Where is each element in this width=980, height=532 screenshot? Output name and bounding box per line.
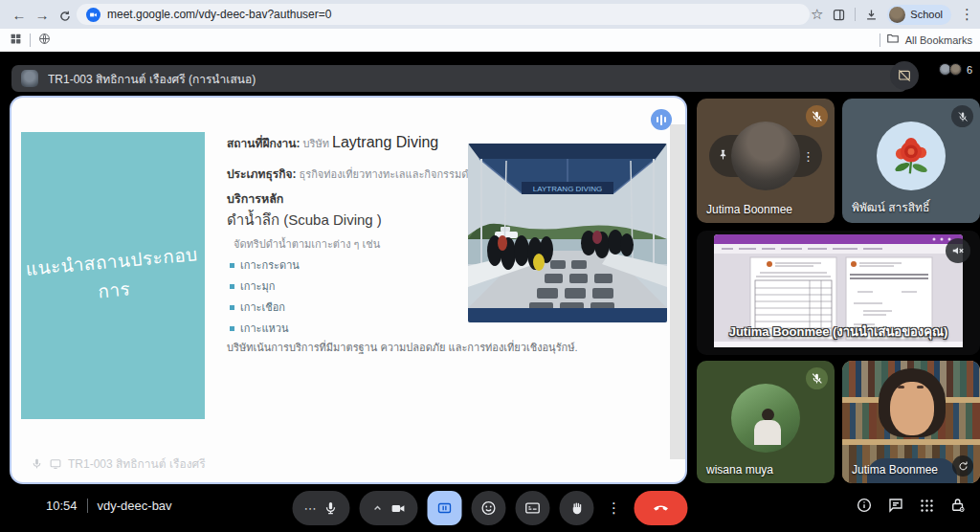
layout-columns-icon <box>436 499 454 517</box>
url-bar[interactable]: meet.google.com/vdy-deec-bav?authuser=0 <box>77 4 810 25</box>
refresh-icon[interactable] <box>54 6 77 22</box>
meeting-title-bar: TR1-003 สิทธิกานต์ เรืองศรี (การนำเสนอ) <box>11 65 907 92</box>
participant-name: wisana muya <box>706 463 773 477</box>
company-name: Laytrang Diving <box>332 134 438 150</box>
mic-icon <box>323 500 339 516</box>
globe-bookmark-icon[interactable] <box>38 32 51 49</box>
meeting-title: TR1-003 สิทธิกานต์ เรืองศรี (การนำเสนอ) <box>48 70 256 88</box>
screenshare-label: Jutima Boonmee (งานนำเสนอของคุณ) <box>697 321 980 342</box>
participant-name: Jutima Boonmee <box>706 203 792 216</box>
apps-grid-icon[interactable] <box>10 32 22 49</box>
presenter-name-overlay: TR1-003 สิทธิกานต์ เรืองศรี <box>31 454 206 473</box>
unpin-presentation-button[interactable] <box>890 61 919 90</box>
raise-hand-button[interactable] <box>560 491 594 525</box>
microphone-button[interactable]: ⋯ <box>293 491 350 525</box>
slide-line-scuba: ดำน้ำลึก (Scuba Diving ) <box>227 209 382 232</box>
videocam-icon <box>390 500 407 517</box>
participant-mini-avatar <box>949 63 962 76</box>
clock-time: 10:54 <box>46 499 78 513</box>
profile-name: School <box>910 9 943 20</box>
audio-muted-badge <box>946 238 970 263</box>
meeting-details-button[interactable] <box>856 497 873 514</box>
info-icon <box>856 497 873 514</box>
activities-button[interactable] <box>919 498 935 514</box>
meet-favicon <box>86 8 100 22</box>
presentation-tile[interactable]: แนะนำสถานประกอบการ สถานที่ฝึกงาน: บริษัท… <box>10 96 687 484</box>
bottom-divider <box>87 499 88 513</box>
slide-section-title: แนะนำสถานประกอบการ <box>19 239 207 313</box>
participants-count-button[interactable]: 6 <box>939 63 972 76</box>
island-name: เกาะเชือก <box>240 299 285 316</box>
island-name: เกาะมุก <box>240 277 275 295</box>
chevron-up-icon <box>371 501 385 515</box>
screenshare-tile[interactable]: Jutima Boonmee (งานนำเสนอของคุณ) <box>697 231 980 355</box>
mic-options-icon[interactable]: ⋯ <box>304 501 318 516</box>
pin-icon[interactable] <box>717 147 729 165</box>
bookmarks-bar: All Bookmarks <box>0 29 980 52</box>
mic-off-badge <box>951 105 973 127</box>
bullet-square-icon <box>230 326 234 331</box>
island-name: เกาะกระดาน <box>240 256 300 274</box>
avatar <box>877 122 946 190</box>
browser-menu-icon[interactable]: ⋮ <box>960 6 974 23</box>
avatar <box>731 384 800 453</box>
participant-tile-pipat[interactable]: พิพัฒน์ สารสิทธิ์ <box>842 99 980 223</box>
bookmarks-divider <box>30 33 31 47</box>
lock-icon <box>949 497 967 514</box>
screen-share-icon <box>49 457 62 470</box>
participant-tile-wisana[interactable]: wisana muya <box>697 361 835 483</box>
chat-icon <box>887 497 904 514</box>
island-bullet: เกาะแหวน <box>230 320 289 337</box>
avatar <box>731 122 800 190</box>
host-controls-button[interactable] <box>949 497 967 514</box>
slide-line-business-type: ประเภทธุรกิจ: ธุรกิจท่องเที่ยวทางทะเลและ… <box>227 165 487 183</box>
browser-toolbar: ← → meet.google.com/vdy-deec-bav?authuse… <box>0 0 980 29</box>
slide-closing-line: บริษัทเน้นการบริการที่มีมาตรฐาน ความปลอด… <box>227 339 578 356</box>
more-options-icon[interactable]: ⋮ <box>604 491 625 525</box>
mic-off-badge <box>806 367 828 389</box>
back-icon[interactable]: ← <box>8 7 31 23</box>
bookmark-star-icon[interactable]: ☆ <box>811 6 823 23</box>
hangup-icon <box>652 499 671 518</box>
mic-icon <box>31 457 43 470</box>
dive-boat-photo: LAYTRANG DIVING <box>468 144 667 322</box>
screen: ← → meet.google.com/vdy-deec-bav?authuse… <box>0 0 980 532</box>
slide-line-trips: จัดทริปดำน้ำตามเกาะต่าง ๆ เช่น <box>234 235 380 253</box>
slide-letterbox <box>670 124 685 459</box>
expand-self-view-icon[interactable] <box>952 455 973 477</box>
presenter-overlay-text: TR1-003 สิทธิกานต์ เรืองศรี <box>68 454 206 473</box>
rose-avatar-image <box>889 134 933 178</box>
hand-icon <box>568 500 585 517</box>
grid-dots-icon <box>919 498 935 514</box>
participant-tile-jutima-avatar[interactable]: ⋮ Jutima Boonmee <box>697 99 835 223</box>
folder-icon <box>886 32 900 49</box>
captions-button[interactable] <box>516 491 550 525</box>
reactions-button[interactable] <box>472 491 506 525</box>
island-name: เกาะแหวน <box>240 320 289 337</box>
layout-toggle-button[interactable] <box>428 491 462 525</box>
toolbar-divider <box>855 8 856 21</box>
captions-icon <box>524 499 542 517</box>
leave-call-button[interactable] <box>635 491 688 525</box>
side-panel-icon[interactable] <box>832 8 846 22</box>
smiley-icon <box>480 499 498 517</box>
bullet-square-icon <box>230 305 234 310</box>
profile-chip[interactable]: School <box>887 5 951 25</box>
person-video <box>917 386 924 388</box>
download-icon[interactable] <box>864 8 879 22</box>
self-video-tile[interactable]: Jutima Boonmee <box>842 361 980 483</box>
bookmarks-right-divider <box>880 33 880 47</box>
all-bookmarks-label[interactable]: All Bookmarks <box>905 34 972 46</box>
bullet-square-icon <box>230 284 234 289</box>
tile-more-icon[interactable]: ⋮ <box>802 149 814 164</box>
chat-button[interactable] <box>887 497 904 514</box>
person-video <box>890 382 934 435</box>
island-bullet: เกาะมุก <box>230 277 275 295</box>
person-video <box>898 386 904 388</box>
slide-line-workplace: สถานที่ฝึกงาน: บริษัท Laytrang Diving <box>227 134 438 152</box>
mic-off-badge <box>806 105 828 127</box>
slide-section-panel: แนะนำสถานประกอบการ <box>21 132 205 419</box>
island-bullet: เกาะกระดาน <box>230 256 300 274</box>
forward-icon[interactable]: → <box>31 7 54 23</box>
camera-button[interactable] <box>360 491 418 525</box>
